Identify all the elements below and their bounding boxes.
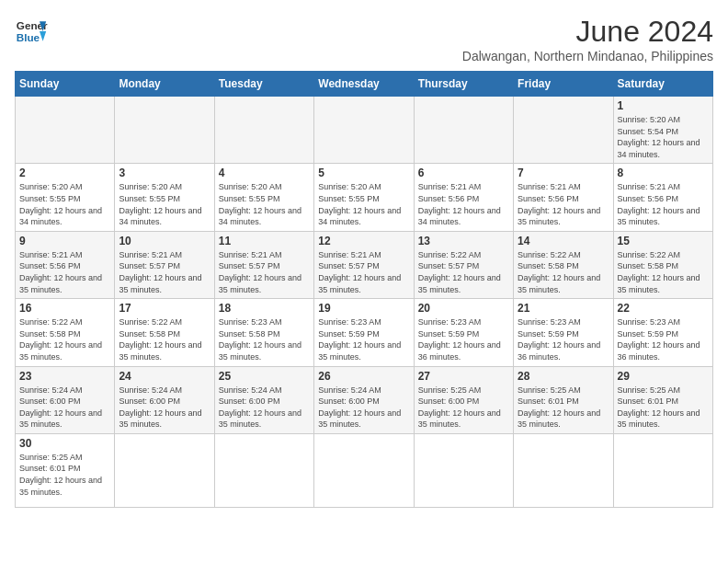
day-number: 20	[418, 302, 509, 315]
day-info: Sunrise: 5:25 AMSunset: 6:01 PMDaylight:…	[19, 452, 110, 498]
day-number: 27	[418, 370, 509, 383]
svg-text:Blue: Blue	[17, 31, 40, 43]
calendar-cell: 2Sunrise: 5:20 AMSunset: 5:55 PMDaylight…	[16, 164, 115, 231]
col-saturday: Saturday	[613, 72, 712, 97]
day-info: Sunrise: 5:20 AMSunset: 5:55 PMDaylight:…	[219, 181, 310, 227]
day-number: 13	[418, 235, 509, 247]
day-info: Sunrise: 5:24 AMSunset: 6:00 PMDaylight:…	[119, 385, 210, 431]
day-number: 5	[318, 167, 409, 179]
logo-icon: General Blue	[15, 15, 48, 48]
day-number: 1	[618, 99, 709, 112]
calendar-table: Sunday Monday Tuesday Wednesday Thursday…	[15, 71, 713, 508]
col-sunday: Sunday	[16, 72, 115, 97]
col-friday: Friday	[514, 72, 613, 97]
calendar-cell: 19Sunrise: 5:23 AMSunset: 5:59 PMDayligh…	[314, 299, 414, 366]
calendar-cell	[414, 97, 513, 164]
calendar-cell: 7Sunrise: 5:21 AMSunset: 5:56 PMDaylight…	[514, 164, 613, 231]
day-number: 10	[119, 235, 210, 247]
calendar-cell: 6Sunrise: 5:21 AMSunset: 5:56 PMDaylight…	[414, 164, 513, 231]
calendar-cell	[613, 433, 712, 507]
day-number: 19	[318, 302, 409, 315]
day-number: 16	[19, 302, 110, 315]
calendar-cell: 13Sunrise: 5:22 AMSunset: 5:57 PMDayligh…	[414, 231, 513, 298]
day-number: 7	[518, 167, 609, 179]
day-info: Sunrise: 5:22 AMSunset: 5:58 PMDaylight:…	[518, 249, 609, 295]
day-number: 14	[518, 235, 609, 247]
calendar-cell: 8Sunrise: 5:21 AMSunset: 5:56 PMDaylight…	[613, 164, 712, 231]
day-info: Sunrise: 5:21 AMSunset: 5:56 PMDaylight:…	[518, 181, 609, 227]
day-number: 11	[219, 235, 310, 247]
calendar-cell	[214, 97, 313, 164]
calendar-cell: 3Sunrise: 5:20 AMSunset: 5:55 PMDaylight…	[115, 164, 214, 231]
calendar-cell: 5Sunrise: 5:20 AMSunset: 5:55 PMDaylight…	[314, 164, 414, 231]
svg-marker-3	[40, 31, 46, 41]
col-monday: Monday	[115, 72, 214, 97]
calendar-cell: 14Sunrise: 5:22 AMSunset: 5:58 PMDayligh…	[514, 231, 613, 298]
calendar-cell: 4Sunrise: 5:20 AMSunset: 5:55 PMDaylight…	[214, 164, 313, 231]
day-number: 23	[19, 370, 110, 383]
calendar-cell: 17Sunrise: 5:22 AMSunset: 5:58 PMDayligh…	[115, 299, 214, 366]
day-info: Sunrise: 5:25 AMSunset: 6:00 PMDaylight:…	[418, 385, 509, 431]
day-info: Sunrise: 5:22 AMSunset: 5:58 PMDaylight:…	[19, 316, 110, 362]
day-number: 4	[219, 167, 310, 179]
day-info: Sunrise: 5:24 AMSunset: 6:00 PMDaylight:…	[19, 385, 110, 431]
calendar-cell: 24Sunrise: 5:24 AMSunset: 6:00 PMDayligh…	[115, 366, 214, 433]
calendar-cell	[16, 97, 115, 164]
calendar-cell: 20Sunrise: 5:23 AMSunset: 5:59 PMDayligh…	[414, 299, 513, 366]
day-number: 12	[318, 235, 409, 247]
calendar-cell: 18Sunrise: 5:23 AMSunset: 5:58 PMDayligh…	[214, 299, 313, 366]
day-info: Sunrise: 5:21 AMSunset: 5:57 PMDaylight:…	[318, 249, 409, 295]
col-wednesday: Wednesday	[314, 72, 414, 97]
day-number: 30	[19, 437, 110, 450]
day-info: Sunrise: 5:21 AMSunset: 5:56 PMDaylight:…	[19, 249, 110, 295]
day-info: Sunrise: 5:21 AMSunset: 5:56 PMDaylight:…	[418, 181, 509, 227]
logo: General Blue	[15, 15, 48, 48]
day-info: Sunrise: 5:21 AMSunset: 5:56 PMDaylight:…	[618, 181, 709, 227]
calendar-cell	[214, 433, 313, 507]
day-number: 24	[119, 370, 210, 383]
day-info: Sunrise: 5:23 AMSunset: 5:59 PMDaylight:…	[618, 316, 709, 362]
day-info: Sunrise: 5:23 AMSunset: 5:58 PMDaylight:…	[219, 316, 310, 362]
day-number: 15	[618, 235, 709, 247]
calendar-cell	[414, 433, 513, 507]
calendar-cell: 29Sunrise: 5:25 AMSunset: 6:01 PMDayligh…	[613, 366, 712, 433]
calendar-week-row: 9Sunrise: 5:21 AMSunset: 5:56 PMDaylight…	[16, 231, 713, 298]
day-info: Sunrise: 5:23 AMSunset: 5:59 PMDaylight:…	[518, 316, 609, 362]
day-info: Sunrise: 5:24 AMSunset: 6:00 PMDaylight:…	[219, 385, 310, 431]
calendar-cell: 21Sunrise: 5:23 AMSunset: 5:59 PMDayligh…	[514, 299, 613, 366]
calendar-cell: 22Sunrise: 5:23 AMSunset: 5:59 PMDayligh…	[613, 299, 712, 366]
day-info: Sunrise: 5:20 AMSunset: 5:55 PMDaylight:…	[19, 181, 110, 227]
calendar-cell: 26Sunrise: 5:24 AMSunset: 6:00 PMDayligh…	[314, 366, 414, 433]
day-info: Sunrise: 5:25 AMSunset: 6:01 PMDaylight:…	[618, 385, 709, 431]
calendar-cell: 11Sunrise: 5:21 AMSunset: 5:57 PMDayligh…	[214, 231, 313, 298]
day-number: 3	[119, 167, 210, 179]
header: General Blue June 2024 Dalwangan, Northe…	[15, 15, 713, 63]
day-info: Sunrise: 5:23 AMSunset: 5:59 PMDaylight:…	[318, 316, 409, 362]
day-number: 18	[219, 302, 310, 315]
day-number: 6	[418, 167, 509, 179]
calendar-cell	[115, 97, 214, 164]
calendar-cell: 16Sunrise: 5:22 AMSunset: 5:58 PMDayligh…	[16, 299, 115, 366]
day-info: Sunrise: 5:23 AMSunset: 5:59 PMDaylight:…	[418, 316, 509, 362]
day-info: Sunrise: 5:24 AMSunset: 6:00 PMDaylight:…	[318, 385, 409, 431]
calendar-cell: 25Sunrise: 5:24 AMSunset: 6:00 PMDayligh…	[214, 366, 313, 433]
day-number: 29	[618, 370, 709, 383]
day-number: 25	[219, 370, 310, 383]
day-number: 17	[119, 302, 210, 315]
day-number: 2	[19, 167, 110, 179]
day-number: 21	[518, 302, 609, 315]
day-info: Sunrise: 5:21 AMSunset: 5:57 PMDaylight:…	[119, 249, 210, 295]
calendar-week-row: 1Sunrise: 5:20 AMSunset: 5:54 PMDaylight…	[16, 97, 713, 164]
calendar-cell: 15Sunrise: 5:22 AMSunset: 5:58 PMDayligh…	[613, 231, 712, 298]
day-number: 26	[318, 370, 409, 383]
col-thursday: Thursday	[414, 72, 513, 97]
month-title: June 2024	[462, 15, 713, 49]
calendar-cell: 9Sunrise: 5:21 AMSunset: 5:56 PMDaylight…	[16, 231, 115, 298]
calendar-week-row: 2Sunrise: 5:20 AMSunset: 5:55 PMDaylight…	[16, 164, 713, 231]
day-number: 9	[19, 235, 110, 247]
day-info: Sunrise: 5:20 AMSunset: 5:55 PMDaylight:…	[318, 181, 409, 227]
day-number: 8	[618, 167, 709, 179]
calendar-week-row: 16Sunrise: 5:22 AMSunset: 5:58 PMDayligh…	[16, 299, 713, 366]
calendar-cell	[314, 433, 414, 507]
day-info: Sunrise: 5:22 AMSunset: 5:57 PMDaylight:…	[418, 249, 509, 295]
